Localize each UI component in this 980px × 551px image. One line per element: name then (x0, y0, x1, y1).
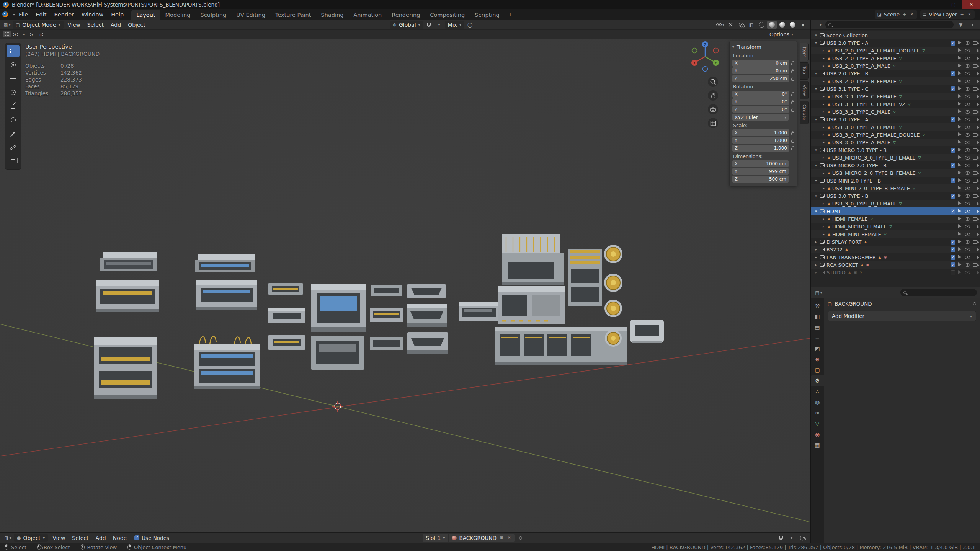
selectable-icon[interactable] (958, 232, 962, 236)
collection-checkbox[interactable] (951, 71, 956, 76)
disclosure-icon[interactable]: ▸ (822, 125, 826, 129)
hide-viewport-icon[interactable] (965, 156, 970, 160)
sidebar-tab-view[interactable]: View (800, 81, 809, 100)
properties-tab-world[interactable]: ⊕ (811, 354, 824, 365)
disclosure-icon[interactable]: ▸ (822, 49, 826, 52)
model-hdmi-female[interactable] (407, 284, 446, 298)
hide-viewport-icon[interactable] (965, 110, 970, 114)
hide-viewport-icon[interactable] (965, 179, 970, 183)
properties-tab-tool[interactable]: ⚒ (811, 300, 824, 311)
shader-overlays-toggle[interactable] (797, 534, 807, 542)
properties-tab-view-layer[interactable]: ≡ (811, 333, 824, 343)
model-display-port[interactable] (459, 302, 501, 321)
selectable-icon[interactable] (958, 262, 962, 267)
disclosure-icon[interactable]: ▸ (814, 255, 818, 259)
new-view-layer-button[interactable]: + (960, 12, 965, 17)
disclosure-icon[interactable]: ▸ (822, 171, 826, 175)
shader-snapping-toggle[interactable] (776, 534, 786, 542)
menu-render[interactable]: Render (50, 10, 78, 19)
outliner-row-scene-collection[interactable]: ▾Scene Collection (811, 31, 980, 39)
outliner-search-input[interactable] (834, 22, 951, 28)
transform-panel-header[interactable]: ▾ Transform (732, 42, 794, 51)
menu-edit[interactable]: Edit (32, 10, 50, 19)
hide-viewport-icon[interactable] (965, 118, 970, 121)
collection-checkbox[interactable] (951, 86, 956, 91)
disable-render-icon[interactable] (973, 164, 978, 167)
selectable-icon[interactable] (958, 247, 962, 252)
sidebar-tab-tool[interactable]: Tool (800, 62, 809, 79)
properties-search[interactable] (900, 289, 977, 296)
properties-editor-type-button[interactable]: ▤▾ (814, 289, 823, 297)
workspace-tab-sculpting[interactable]: Sculpting (196, 10, 232, 20)
outliner-row-usb-3-0-type-b[interactable]: ▾USB 3.0 TYPE - B (811, 192, 980, 200)
selectable-icon[interactable] (958, 201, 962, 206)
hide-viewport-icon[interactable] (965, 240, 970, 244)
selectable-icon[interactable] (958, 109, 962, 114)
number-field[interactable]: Y0 cm (732, 67, 789, 74)
selectable-icon[interactable] (958, 64, 962, 68)
collection-checkbox[interactable] (951, 255, 956, 260)
properties-tab-physics[interactable]: ◍ (811, 397, 824, 408)
collection-checkbox[interactable] (951, 247, 956, 252)
fake-user-button[interactable]: ▣ (499, 535, 504, 540)
tool-scale[interactable] (7, 100, 20, 112)
disclosure-icon[interactable]: ▸ (822, 110, 826, 114)
unlink-material-button[interactable]: ✕ (506, 535, 511, 540)
pan-button[interactable] (708, 90, 718, 101)
ortho-toggle-button[interactable] (708, 118, 718, 128)
lock-icon[interactable] (791, 63, 794, 65)
properties-search-input[interactable] (909, 290, 974, 295)
model-usb3a-double[interactable] (194, 336, 260, 389)
disclosure-icon[interactable]: ▾ (814, 41, 818, 45)
add-modifier-button[interactable]: Add Modifier ▾ (828, 311, 976, 321)
close-button[interactable]: ✕ (962, 0, 980, 9)
hide-viewport-icon[interactable] (965, 148, 970, 152)
properties-tab-texture[interactable]: ▦ (811, 440, 824, 450)
selectable-icon[interactable] (958, 86, 962, 91)
disclosure-icon[interactable]: ▸ (822, 225, 826, 228)
selectable-icon[interactable] (958, 132, 962, 137)
model-usb2a-male[interactable] (100, 252, 157, 271)
disable-render-icon[interactable] (973, 256, 978, 259)
collection-checkbox[interactable] (951, 240, 956, 245)
model-connector-small-2[interactable] (370, 308, 403, 322)
selectable-icon[interactable] (958, 155, 962, 160)
properties-tab-data[interactable]: ▽ (811, 418, 824, 429)
outliner-row-usb-mini-2-0-type-b-female[interactable]: ▸▲USB_MINI_2_0_TYPE_B_FEMALE▽ (811, 184, 980, 192)
collection-checkbox[interactable] (951, 178, 956, 183)
outliner-row-lan-transformer[interactable]: ▸LAN TRANSFORMER▲◉ (811, 253, 980, 261)
hide-viewport-icon[interactable] (965, 194, 970, 198)
disable-render-icon[interactable] (973, 225, 978, 228)
maximize-button[interactable]: ▢ (945, 0, 962, 9)
menu-window[interactable]: Window (78, 10, 107, 19)
selectable-icon[interactable] (958, 209, 962, 214)
sidebar-tab-create[interactable]: Create (800, 101, 809, 124)
workspace-tab-compositing[interactable]: Compositing (425, 10, 470, 20)
view-layer-selector[interactable]: ≡ View Layer + ✕ (920, 10, 975, 19)
lock-icon[interactable] (791, 94, 794, 96)
disclosure-icon[interactable]: ▸ (822, 232, 826, 236)
model-usb3a-male[interactable] (195, 254, 255, 272)
workspace-tab-rendering[interactable]: Rendering (387, 10, 425, 20)
properties-tab-render[interactable]: ◧ (811, 311, 824, 322)
shader-menu-view[interactable]: View (49, 534, 69, 542)
tool-cursor[interactable] (7, 59, 20, 71)
disclosure-icon[interactable]: ▾ (814, 117, 818, 121)
lock-icon[interactable] (791, 109, 794, 112)
filter-button[interactable]: ▼ (956, 21, 965, 29)
shader-snapping-dropdown[interactable]: ▾ (787, 534, 796, 542)
number-field[interactable]: X0° (732, 91, 789, 98)
workspace-tab-layout[interactable]: Layout (131, 10, 160, 20)
collection-checkbox[interactable] (951, 262, 956, 267)
unlink-scene-button[interactable]: ✕ (909, 12, 914, 17)
proportional-blend-dropdown[interactable]: Mix▾ (445, 21, 464, 29)
disable-render-icon[interactable] (973, 141, 978, 144)
hide-viewport-icon[interactable] (965, 141, 970, 144)
outliner-row-usb-2-0-type-a-female[interactable]: ▸▲USB_2_0_TYPE_A_FEMALE▽ (811, 54, 980, 62)
3d-scene[interactable] (0, 39, 810, 532)
lock-icon[interactable] (791, 70, 794, 73)
model-hdmi-mini-female[interactable] (407, 332, 448, 354)
show-overlays-button[interactable] (736, 21, 746, 29)
outliner-row-usb-3-1-type-c-male[interactable]: ▸▲USB_3_1_TYPE_C_MALE▽ (811, 108, 980, 116)
model-rj45-socket[interactable] (502, 234, 564, 285)
